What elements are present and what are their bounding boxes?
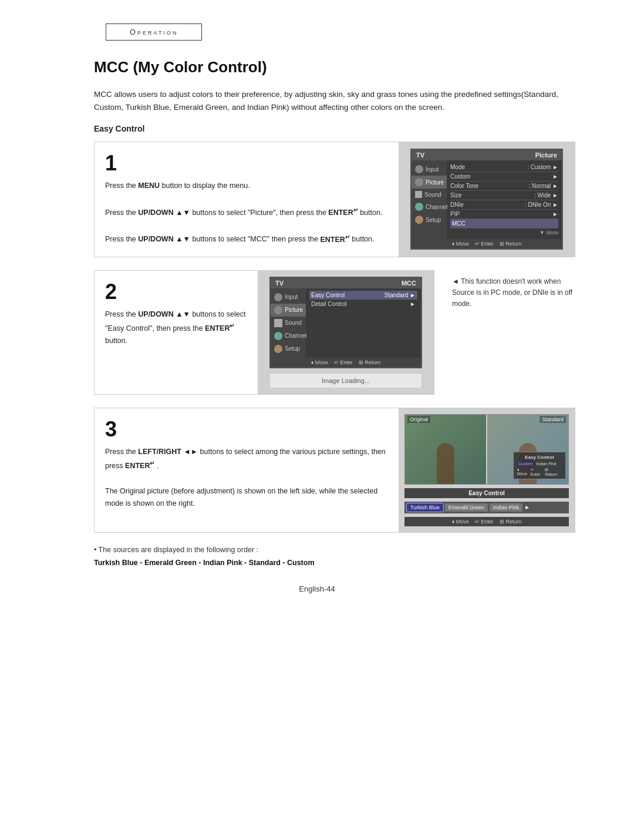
overlay-title: Easy Control [517, 455, 562, 460]
menu-1-tv-label: TV [416, 152, 424, 159]
footer-enter: ↵ Enter [475, 241, 494, 247]
step-1-menu: TV Picture Input Picture Sound Channel S… [410, 149, 563, 250]
step-3-right: Original Standard Easy Control [399, 408, 575, 532]
page-wrapper: Operation MCC (My Color Control) MCC all… [0, 0, 634, 840]
split-original: Original [405, 415, 486, 484]
step-2-number: 2 [105, 281, 246, 303]
sidebar-channel: Channel [412, 200, 447, 213]
page-title: MCC (My Color Control) [94, 58, 575, 76]
s2-footer-move: ♦ Move [311, 359, 328, 365]
step-2-note: ◄ This function doesn't work when Source… [446, 270, 575, 310]
easy-control-bar: Easy Control [404, 488, 569, 498]
step-3-image-area: Original Standard Easy Control [404, 414, 569, 526]
menu-1-content: Mode: Custom ► Custom► Color Tone: Norma… [447, 160, 562, 239]
step-1-number: 1 [105, 153, 387, 174]
menu-2-footer: ♦ Move ↵ Enter ⊞ Return [271, 358, 421, 367]
menu-1-body: Input Picture Sound Channel Setup Mode: … [412, 160, 562, 239]
s3-footer-move: ♦ Move [452, 519, 469, 525]
s2-sidebar-setup: Setup [271, 342, 306, 355]
row-pip: PIP► [450, 210, 558, 219]
more-label: ▼ More [450, 229, 558, 237]
step-3-text: Press the LEFT/RIGHT ◄► buttons to selec… [105, 446, 387, 510]
step-2-block: 2 Press the UP/DOWN ▲▼ buttons to select… [94, 270, 434, 395]
image-loading: Image Loading... [269, 373, 422, 388]
step-1-left: 1 Press the MENU button to display the m… [95, 142, 399, 257]
menu-2-section: MCC [402, 280, 416, 287]
btn-next-arrow: ► [524, 504, 530, 510]
footer-move: ♦ Move [452, 241, 469, 247]
step-2-left: 2 Press the UP/DOWN ▲▼ buttons to select… [95, 271, 258, 394]
step-2-menu: TV MCC Input Picture Sound Channel Setup [269, 277, 422, 368]
row-size: Size: Wide ► [450, 191, 558, 200]
footer-text: English-44 [299, 584, 335, 593]
main-content: MCC (My Color Control) MCC allows users … [94, 41, 575, 567]
step-1-text: Press the MENU button to display the men… [105, 180, 387, 246]
row-colortone: Color Tone: Normal ► [450, 182, 558, 191]
menu-1-footer: ♦ Move ↵ Enter ⊞ Return [412, 239, 562, 248]
step-2-text: Press the UP/DOWN ▲▼ buttons to select "… [105, 308, 246, 348]
bold-order: Turkish Blue - Emerald Green - Indian Pi… [94, 559, 575, 567]
step-2-wrapper: 2 Press the UP/DOWN ▲▼ buttons to select… [94, 270, 575, 395]
step-1-right: TV Picture Input Picture Sound Channel S… [399, 142, 575, 257]
btn-turkish-blue[interactable]: Turkish Blue [407, 503, 443, 512]
overlay-menu: Easy Control Custom Indian Pink ♦ Move ↵… [513, 452, 566, 479]
row-mcc: MCC [450, 219, 558, 229]
menu-2-content: Easy ControlStandard ► Detail Control► [306, 288, 421, 358]
s2-sidebar-input: Input [271, 291, 306, 304]
row-mode: Mode: Custom ► [450, 163, 558, 172]
footer-return: ⊞ Return [500, 241, 522, 247]
row-custom: Custom► [450, 172, 558, 182]
step-3-left: 3 Press the LEFT/RIGHT ◄► buttons to sel… [95, 408, 399, 532]
step-3-number: 3 [105, 419, 387, 440]
step-3-footer: ♦ Move ↵ Enter ⊞ Return [404, 517, 569, 526]
label-standard: Standard [539, 416, 566, 423]
label-original: Original [407, 416, 430, 423]
sidebar-input: Input [412, 163, 447, 176]
menu-1-section-label: Picture [535, 152, 557, 159]
menu-2-sidebar: Input Picture Sound Channel Setup [271, 288, 306, 358]
page-footer: English-44 [0, 567, 634, 605]
step-2-right: TV MCC Input Picture Sound Channel Setup [258, 271, 434, 394]
s3-footer-enter: ↵ Enter [475, 519, 494, 525]
menu-2-tv: TV [275, 280, 284, 287]
color-buttons-row: Turkish Blue Emerald Green Indian Pink ► [404, 502, 569, 513]
s2-footer-enter: ↵ Enter [334, 359, 353, 365]
row-detail-control: Detail Control► [309, 300, 417, 308]
s3-footer-return: ⊞ Return [500, 519, 522, 525]
operation-header: Operation [106, 23, 202, 41]
menu-1-header: TV Picture [412, 150, 562, 160]
bullet-note: • The sources are displayed in the follo… [94, 546, 575, 554]
section-heading: Easy Control [94, 124, 575, 133]
overlay-move: ♦ Move [517, 468, 531, 476]
step-1-block: 1 Press the MENU button to display the m… [94, 142, 575, 257]
sidebar-sound: Sound [412, 189, 447, 200]
opt-indian-pink: Indian Pink [535, 461, 558, 466]
menu-2-body: Input Picture Sound Channel Setup Easy C… [271, 288, 421, 358]
s2-sidebar-sound: Sound [271, 317, 306, 330]
menu-2-header: TV MCC [271, 278, 421, 288]
split-image: Original Standard Easy Control [404, 414, 569, 485]
s2-footer-return: ⊞ Return [359, 359, 381, 365]
row-easy-control: Easy ControlStandard ► [309, 291, 417, 300]
operation-label: Operation [130, 28, 178, 36]
intro-text: MCC allows users to adjust colors to the… [94, 88, 575, 113]
overlay-return: ⊞ Return [545, 468, 562, 476]
overlay-options: Custom Indian Pink [517, 461, 562, 466]
overlay-enter: ↵ Enter [531, 468, 545, 476]
overlay-footer: ♦ Move ↵ Enter ⊞ Return [517, 468, 562, 476]
opt-custom: Custom [517, 461, 534, 466]
sidebar-picture: Picture [412, 176, 447, 189]
s2-sidebar-channel: Channel [271, 330, 306, 342]
btn-emerald-green[interactable]: Emerald Green [445, 503, 488, 512]
step-3-block: 3 Press the LEFT/RIGHT ◄► buttons to sel… [94, 408, 575, 533]
btn-indian-pink[interactable]: Indian Pink [490, 503, 523, 512]
row-dnie: DNIe: DNIe On ► [450, 200, 558, 210]
s2-sidebar-picture: Picture [271, 304, 306, 317]
menu-1-sidebar: Input Picture Sound Channel Setup [412, 160, 447, 239]
sidebar-setup: Setup [412, 213, 447, 226]
